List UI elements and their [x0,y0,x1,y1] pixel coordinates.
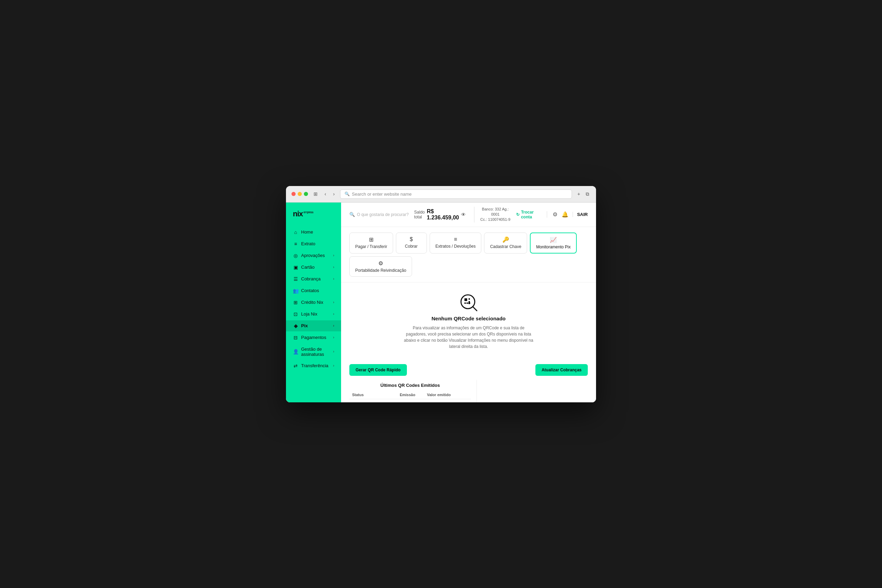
atualizar-cobranças-button[interactable]: Atualizar Cobranças [536,364,588,376]
sidebar-item-home[interactable]: ⌂ Home [286,226,341,238]
contatos-icon: 👥 [293,288,298,294]
bank-info: Banco: 332 Ag.: 0001 Cc.: 110074051-9 [474,207,511,222]
extrato-icon: ≡ [293,241,298,247]
top-actions: ⚙ 🔔 SAIR [547,211,588,218]
cadastrar-chave-button[interactable]: 🔑 Cadastrar Chave [484,232,527,254]
feature-buttons: ⊞ Pagar / Transferir $ Cobrar ≡ Extratos… [341,227,596,282]
close-button[interactable] [291,192,296,196]
duplicate-tab-button[interactable]: ⧉ [584,190,591,198]
empty-description: Para visualizar as informações de um QRC… [403,325,534,350]
qrcode-search-icon [459,293,478,312]
svg-rect-5 [466,303,468,304]
extratos-icon: ≡ [454,236,457,243]
toggle-balance-icon[interactable]: 👁 [461,212,466,218]
portabilidade-icon: ⚙ [378,260,383,267]
trocar-conta-button[interactable]: ↻ Trocar conta [516,210,541,219]
settings-icon[interactable]: ⚙ [553,211,558,218]
col-status: Status [350,391,397,399]
chevron-icon: › [333,336,334,339]
home-icon: ⌂ [293,230,298,235]
row-menu-button[interactable]: ••• [460,402,467,402]
chevron-icon: › [333,300,334,304]
chevron-icon: › [333,324,334,328]
chevron-icon: › [333,265,334,269]
actions-cell: ••• [457,399,471,402]
col-actions [457,391,471,399]
empty-state: Nenhum QRCode selecionado Para visualiza… [341,282,596,360]
sidebar-item-credito[interactable]: ⊞ Crédito Nix › [286,297,341,308]
refresh-icon: ↻ [516,212,519,217]
qr-codes-table-title: Últimos QR Codes Emitidos [350,380,471,391]
aprovacoes-icon: ◎ [293,253,298,258]
chevron-icon: › [333,350,334,353]
gerar-qrcode-button[interactable]: Gerar QR Code Rápido [350,364,407,376]
logo: nixempresa [293,209,313,218]
sidebar-item-transferencia[interactable]: ⇄ Transferência › [286,360,341,371]
extratos-devolucoes-button[interactable]: ≡ Extratos / Devoluções [430,232,482,254]
app-container: nixempresa ⌂ Home ≡ Extrato ◎ Aprovações… [286,202,596,402]
browser-window: ⊞ ‹ › 🔍 Search or enter website name + ⧉… [286,186,596,402]
svg-rect-2 [464,298,467,301]
col-valor-emitido: Valor emitido [424,391,457,399]
portabilidade-button[interactable]: ⚙ Portabilidade Reivindicação [350,256,412,277]
main-content: 🔍 O que gostaria de procurar? Saldo tota… [341,202,596,402]
bell-icon[interactable]: 🔔 [562,211,568,218]
sidebar-item-aprovacoes[interactable]: ◎ Aprovações › [286,250,341,261]
sidebar-item-gestao[interactable]: 👤 Gestão de assinaturas › [286,344,341,360]
col-emissao: Emissão [397,391,424,399]
address-bar[interactable]: 🔍 Search or enter website name [340,189,572,199]
chave-icon: 🔑 [502,236,509,243]
status-cell: Processando Registro [350,399,397,402]
chevron-icon: › [333,277,334,281]
monitoramento-icon: 📈 [550,237,557,243]
address-bar-text: Search or enter website name [352,192,411,197]
forward-button[interactable]: › [332,190,336,197]
loja-icon: ⊡ [293,311,298,317]
table-row: Processando Registro 04/03/2024 R$ 10,00… [350,399,471,402]
chevron-icon: › [333,364,334,368]
new-tab-button[interactable]: + [576,190,582,197]
qr-codes-table-container: Últimos QR Codes Emitidos Status Emissão… [350,380,471,402]
browser-actions: + ⧉ [576,190,591,198]
cobrar-icon: $ [410,236,413,243]
nav-items: ⌂ Home ≡ Extrato ◎ Aprovações › ▣ Cartão… [286,226,341,396]
minimize-button[interactable] [298,192,302,196]
traffic-lights [291,192,308,196]
svg-rect-4 [464,303,466,304]
sidebar-item-cobranca[interactable]: ☰ Cobrança › [286,273,341,285]
chevron-icon: › [333,254,334,257]
table-divider [477,380,477,402]
gestao-icon: 👤 [293,349,298,354]
cobrar-button[interactable]: $ Cobrar [396,232,427,254]
logout-button[interactable]: SAIR [573,212,588,217]
sidebar-item-pix[interactable]: ◈ Pix › [286,320,341,332]
back-button[interactable]: ‹ [323,190,328,197]
pix-icon: ◈ [293,323,298,328]
search-icon: 🔍 [350,212,355,217]
tab-overview-button[interactable]: ⊞ [312,190,319,197]
tables-section: Últimos QR Codes Emitidos Status Emissão… [341,380,596,402]
sidebar-item-cartao[interactable]: ▣ Cartão › [286,262,341,273]
sidebar-item-loja[interactable]: ⊡ Loja Nix › [286,309,341,320]
sidebar-item-extrato[interactable]: ≡ Extrato [286,238,341,249]
balance-section: Saldo total R$ 1.236.459,00 👁 [414,208,466,221]
maximize-button[interactable] [304,192,308,196]
chevron-icon: › [333,312,334,316]
credito-icon: ⊞ [293,300,298,305]
transferencia-icon: ⇄ [293,363,298,369]
sidebar-item-contatos[interactable]: 👥 Contatos [286,285,341,296]
valor-cell: R$ 10,00 [424,399,457,402]
empty-title: Nenhum QRCode selecionado [431,315,506,321]
search-icon: 🔍 [345,192,350,196]
svg-line-1 [473,307,477,311]
sidebar: nixempresa ⌂ Home ≡ Extrato ◎ Aprovações… [286,202,341,402]
svg-point-7 [468,302,470,304]
global-search[interactable]: 🔍 O que gostaria de procurar? [350,212,409,217]
cobranca-icon: ☰ [293,276,298,282]
pagar-transferir-button[interactable]: ⊞ Pagar / Transferir [350,232,393,254]
sidebar-item-pagamentos[interactable]: ⊟ Pagamentos › [286,332,341,343]
qr-codes-table: Status Emissão Valor emitido Processando… [350,391,471,402]
monitoramento-pix-button[interactable]: 📈 Monitoramento Pix [530,232,577,254]
action-row: Gerar QR Code Rápido Atualizar Cobranças [341,360,596,380]
emissao-cell: 04/03/2024 [397,399,424,402]
